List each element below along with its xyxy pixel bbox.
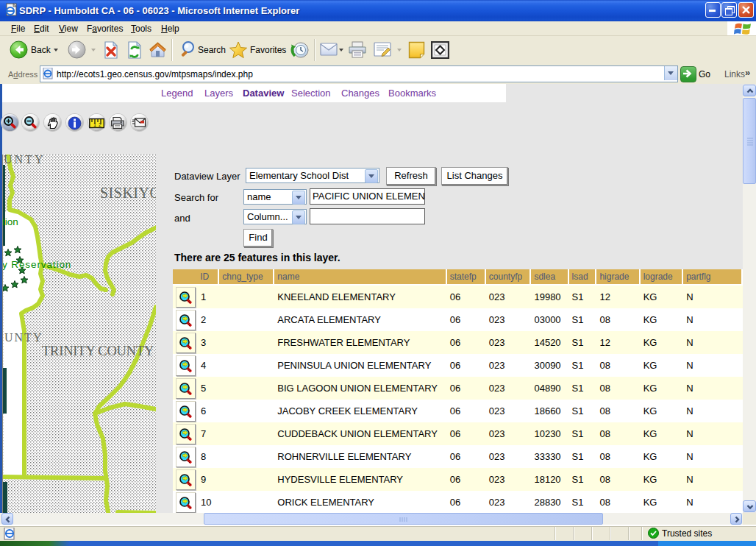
svg-text:y Reservation: y Reservation bbox=[2, 259, 71, 270]
svg-text:tion: tion bbox=[2, 216, 18, 227]
svg-text:UNTY: UNTY bbox=[4, 331, 43, 344]
svg-text:2: 2 bbox=[99, 122, 101, 127]
svg-text:1: 1 bbox=[93, 122, 96, 127]
svg-text:UNTY: UNTY bbox=[4, 155, 45, 166]
svg-text:SISKIYOU: SISKIYOU bbox=[100, 185, 156, 201]
svg-text:TRINITY COUNTY: TRINITY COUNTY bbox=[42, 344, 154, 358]
